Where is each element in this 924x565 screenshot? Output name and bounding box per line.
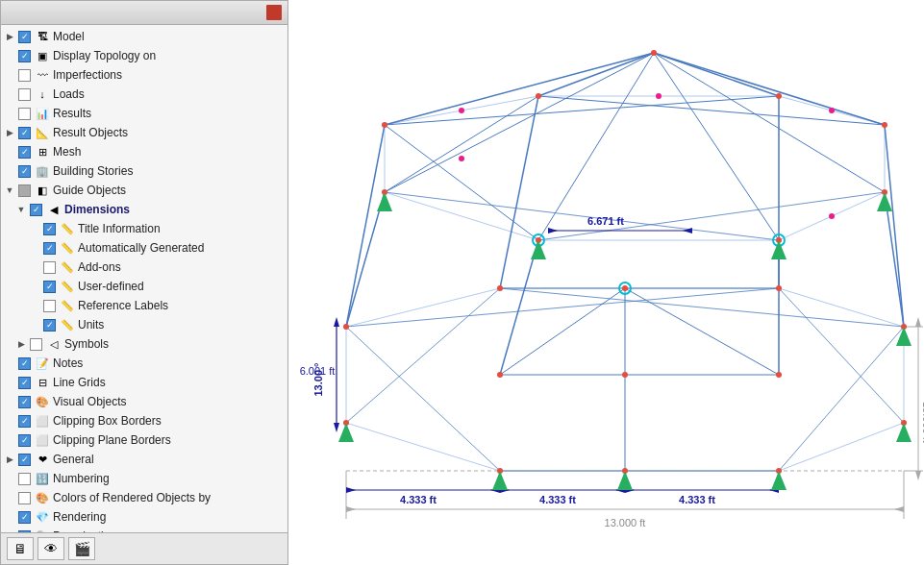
numbering-icon: 🔢 [35, 471, 50, 486]
checkbox-result-objects[interactable] [18, 127, 31, 139]
checkbox-general[interactable] [18, 454, 31, 466]
tree-item-notes[interactable]: 📝Notes [1, 354, 287, 373]
checkbox-loads[interactable] [18, 88, 31, 101]
label-colors-rendered: Colors of Rendered Objects by [52, 489, 286, 506]
visual-objects-icon: 🎨 [35, 394, 50, 409]
imperfections-icon: 〰 [35, 67, 50, 83]
svg-point-69 [882, 122, 887, 128]
tree-item-units[interactable]: 📏Units [1, 315, 287, 334]
svg-point-67 [536, 93, 541, 99]
checkbox-user-defined[interactable] [43, 281, 56, 293]
label-building-stories: Building Stories [52, 162, 286, 180]
model-icon: 🏗 [35, 29, 50, 44]
expander-symbols[interactable] [14, 335, 28, 353]
checkbox-clipping-box[interactable] [18, 415, 31, 428]
checkbox-notes[interactable] [18, 357, 31, 370]
checkbox-numbering[interactable] [18, 473, 31, 485]
checkbox-guide-objects[interactable] [18, 184, 31, 197]
svg-text:6.001 ft: 6.001 ft [300, 365, 336, 377]
tree-item-title-information[interactable]: 📏Title Information [1, 219, 287, 238]
tree-item-symbols[interactable]: ◁Symbols [1, 334, 287, 354]
checkbox-building-stories[interactable] [18, 165, 31, 178]
label-units: Units [77, 316, 286, 333]
tree-item-clipping-plane[interactable]: ⬜Clipping Plane Borders [1, 430, 287, 450]
tree-item-clipping-box[interactable]: ⬜Clipping Box Borders [1, 411, 287, 430]
tree-item-imperfections[interactable]: 〰Imperfections [1, 65, 287, 85]
tree-item-display-topology[interactable]: ▣Display Topology on [1, 46, 287, 65]
svg-point-90 [829, 108, 835, 113]
expander-general[interactable] [3, 451, 16, 468]
checkbox-visual-objects[interactable] [18, 396, 31, 408]
tree-item-numbering[interactable]: 🔢Numbering [1, 469, 287, 488]
tree-item-user-defined[interactable]: 📏User-defined [1, 277, 287, 296]
label-visual-objects: Visual Objects [52, 393, 286, 410]
tree-item-rendering[interactable]: 💎Rendering [1, 507, 287, 527]
label-mesh: Mesh [52, 143, 286, 160]
rendering-icon: 💎 [35, 509, 50, 525]
tree-item-result-objects[interactable]: 📐Result Objects [1, 123, 287, 142]
tree-item-add-ons[interactable]: 📏Add-ons [1, 258, 287, 277]
svg-text:6.671 ft: 6.671 ft [587, 215, 624, 227]
svg-point-86 [776, 372, 782, 378]
results-icon: 📊 [35, 106, 50, 121]
checkbox-rendering[interactable] [18, 511, 31, 524]
tree-container: 🏗Model▣Display Topology on〰Imperfections… [1, 25, 287, 532]
checkbox-clipping-plane[interactable] [18, 434, 31, 447]
dim-sub-icon: 📏 [60, 259, 75, 275]
tree-item-auto-generated[interactable]: 📏Automatically Generated [1, 238, 287, 258]
checkbox-results[interactable] [18, 108, 31, 120]
clipping-box-icon: ⬜ [35, 413, 50, 429]
checkbox-imperfections[interactable] [18, 69, 31, 82]
dim-sub-icon: 📏 [60, 240, 75, 256]
general-icon: ❤ [35, 452, 50, 467]
svg-point-83 [622, 372, 628, 378]
dim-sub-icon: 📏 [60, 279, 75, 294]
checkbox-add-ons[interactable] [43, 261, 56, 274]
mesh-icon: ⊞ [35, 144, 50, 160]
label-loads: Loads [52, 86, 286, 103]
expander-result-objects[interactable] [3, 124, 16, 141]
label-auto-generated: Automatically Generated [77, 239, 286, 257]
colors-icon: 🎨 [35, 490, 50, 505]
expander-dimensions[interactable] [14, 201, 28, 218]
svg-point-92 [829, 213, 835, 219]
checkbox-dimensions[interactable] [30, 204, 42, 216]
expander-model[interactable] [3, 28, 16, 45]
checkbox-display-topology[interactable] [18, 50, 31, 62]
tree-item-general[interactable]: ❤General [1, 450, 287, 469]
label-symbols: Symbols [63, 335, 286, 353]
checkbox-title-information[interactable] [43, 223, 56, 235]
checkbox-symbols[interactable] [30, 338, 42, 351]
tree-item-line-grids[interactable]: ⊟Line Grids [1, 373, 287, 392]
label-title-information: Title Information [77, 220, 286, 237]
tree-item-colors-rendered[interactable]: 🎨Colors of Rendered Objects by [1, 488, 287, 507]
checkbox-mesh[interactable] [18, 146, 31, 159]
tree-item-reference-labels[interactable]: 📏Reference Labels [1, 296, 287, 315]
tree-item-visual-objects[interactable]: 🎨Visual Objects [1, 392, 287, 411]
camera-button[interactable]: 🎬 [68, 537, 95, 560]
tree-item-building-stories[interactable]: 🏢Building Stories [1, 161, 287, 181]
svg-point-68 [776, 93, 782, 99]
eye-button[interactable]: 👁 [37, 537, 64, 560]
checkbox-model[interactable] [18, 31, 31, 43]
close-button[interactable] [266, 5, 282, 20]
tree-item-guide-objects[interactable]: ◧Guide Objects [1, 181, 287, 200]
tree-item-results[interactable]: 📊Results [1, 104, 287, 123]
checkbox-reference-labels[interactable] [43, 300, 56, 312]
checkbox-auto-generated[interactable] [43, 242, 56, 255]
tree-item-dimensions[interactable]: ◀Dimensions [1, 200, 287, 219]
svg-point-89 [656, 93, 662, 99]
checkbox-units[interactable] [43, 319, 56, 332]
checkbox-line-grids[interactable] [18, 377, 31, 389]
tree-item-model[interactable]: 🏗Model [1, 27, 287, 46]
label-add-ons: Add-ons [77, 258, 286, 276]
checkbox-colors-rendered[interactable] [18, 492, 31, 504]
loads-icon: ↓ [35, 86, 50, 102]
tree-item-mesh[interactable]: ⊞Mesh [1, 142, 287, 161]
label-user-defined: User-defined [77, 278, 286, 295]
display-button[interactable]: 🖥 [7, 537, 34, 560]
svg-point-75 [497, 285, 503, 291]
expander-guide-objects[interactable] [3, 182, 16, 199]
svg-point-82 [622, 285, 628, 291]
tree-item-loads[interactable]: ↓Loads [1, 85, 287, 104]
